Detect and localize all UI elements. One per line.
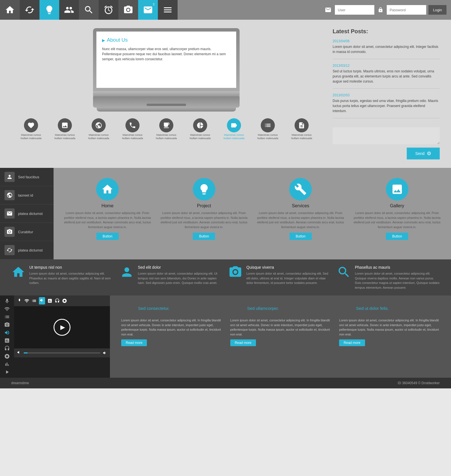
comment-textarea[interactable] <box>333 127 440 144</box>
login-button[interactable]: Login <box>428 5 446 15</box>
service-title-2: Sed ullamcorper. <box>247 306 279 311</box>
stat-text-4: Lorem ipsum dolor sit amet, consectetur … <box>355 271 440 290</box>
post-date-2: 2013/03/12 <box>333 64 440 68</box>
send-button[interactable]: Send <box>407 148 440 159</box>
wifi-icon <box>4 306 10 312</box>
nav-bug-button[interactable] <box>20 0 39 20</box>
bar-chart-icon <box>4 361 10 367</box>
icon-label: Maecenas cursusNullam malesuada <box>21 134 42 140</box>
left-content: About Us Nunc elit massa, ullamcorper vi… <box>11 28 321 159</box>
feature-title-project: Project <box>197 203 211 208</box>
sidebar-item-3[interactable]: platea dictumst <box>0 204 54 223</box>
stat-4: Phasellus ac mauris Lorem ipsum dolor si… <box>337 265 440 290</box>
feature-project: Project Lorem ipsum dolor sit amet, cons… <box>156 174 253 254</box>
icon-item-doc[interactable]: Maecenas cursusNullam malesuada <box>291 118 312 140</box>
icon-item-image[interactable]: Maecenas cursusNullam malesuada <box>54 118 76 140</box>
feature-button-home[interactable]: Button <box>96 233 119 240</box>
nav-alarm-button[interactable] <box>99 0 118 20</box>
toolbar-headphones <box>55 298 60 303</box>
bug-sidebar-icon <box>5 245 15 255</box>
media-section: Sed consectetur. Lorem ipsum dolor sit a… <box>0 295 451 378</box>
icon-item-phone[interactable]: Maecenas cursusNullam malesuada <box>122 118 143 140</box>
mail-badge: 3 <box>151 2 156 7</box>
feature-title-gallery: Gallery <box>390 203 404 208</box>
read-more-button-2[interactable]: Read more <box>230 339 256 346</box>
video-screen <box>14 306 110 348</box>
services-feature-icon <box>289 178 312 201</box>
mail-sidebar-icon <box>5 208 15 219</box>
sidebar: Sed faucibus laoreet id platea dictumst … <box>0 168 54 259</box>
sidebar-item-5[interactable]: platea dictumst <box>0 241 54 259</box>
person-stat-icon <box>120 265 134 279</box>
nav-spacer <box>178 0 319 20</box>
sidebar-icons <box>0 295 14 378</box>
sidebar-item-2[interactable]: laoreet id <box>0 186 54 204</box>
post-date-3: 2013/02/03 <box>333 93 440 97</box>
stat-3: Quisque viverra Lorem ipsum dolor sit am… <box>228 265 331 290</box>
gallery-feature-icon <box>386 178 408 201</box>
post-text-3: Duis purus turpis, egestas sed urna vita… <box>333 98 440 114</box>
project-feature-icon <box>193 178 215 201</box>
icon-label: Maecenas cursusNullam malesuada <box>224 134 245 140</box>
icon-item-list[interactable]: Maecenas cursusNullam malesuada <box>257 118 278 140</box>
icon-item-tag[interactable]: Maecenas cursusNullam malesuada <box>224 118 245 140</box>
post-item-3: 2013/02/03 Duis purus turpis, egestas se… <box>333 93 440 118</box>
feature-text-gallery: Lorem ipsum dolor sit amet, consectetur … <box>352 211 442 229</box>
user-input[interactable] <box>335 5 374 15</box>
lock-icon <box>377 6 384 14</box>
service-title-1: Sed consectetur. <box>138 306 170 311</box>
nav-mail-button[interactable]: 3 <box>138 0 158 20</box>
feature-button-project[interactable]: Button <box>193 233 215 240</box>
nav-people-button[interactable] <box>59 0 79 20</box>
service-text-2: Lorem ipsum dolor sit amet, consectetur … <box>230 318 331 337</box>
icon-label: Maecenas cursusNullam malesuada <box>88 134 109 140</box>
latest-posts-title: Latest Posts: <box>333 28 440 35</box>
icon-item-coffee[interactable]: Maecenas cursusNullam malesuada <box>156 118 177 140</box>
icon-label: Maecenas cursusNullam malesuada <box>156 134 177 140</box>
toolbar-chart <box>47 298 52 303</box>
icon-item-heart[interactable]: Maecenas cursusNullam malesuada <box>21 118 42 140</box>
about-text: Nunc elit massa, ullamcorper vitae eros … <box>102 46 231 62</box>
service-title-3: Sed ut dolor felis. <box>356 306 389 311</box>
camera-icon <box>4 322 10 328</box>
right-content: Latest Posts: 2013/04/06 Lorem ipsum dol… <box>333 28 440 159</box>
icons-row: Maecenas cursusNullam malesuada Maecenas… <box>11 118 321 140</box>
toolbar-list <box>32 298 37 303</box>
about-title: About Us <box>102 37 231 43</box>
play-button[interactable] <box>54 319 70 336</box>
icon-item-globe[interactable]: Maecenas cursusNullam malesuada <box>88 118 109 140</box>
sidebar-item-1[interactable]: Sed faucibus <box>0 168 54 186</box>
feature-button-gallery[interactable]: Button <box>386 233 408 240</box>
icon-item-chart[interactable]: Maecenas cursusNullam malesuada <box>190 118 211 140</box>
feature-gallery: Gallery Lorem ipsum dolor sit amet, cons… <box>349 174 446 254</box>
play-icon <box>4 369 10 375</box>
read-more-button-1[interactable]: Read more <box>121 339 147 346</box>
tools-icon <box>339 301 353 315</box>
footer: dreamstime ID 36040549 © Droidworker <box>0 378 451 388</box>
read-more-button-3[interactable]: Read more <box>339 339 365 346</box>
nav-menu-button[interactable] <box>158 0 178 20</box>
nav-home-button[interactable] <box>0 0 20 20</box>
mail-icon <box>324 5 333 14</box>
progress-bar[interactable] <box>24 352 100 353</box>
icon-label: Maecenas cursusNullam malesuada <box>291 134 312 140</box>
feature-text-services: Lorem ipsum dolor sit amet, consectetur … <box>256 211 346 229</box>
service-card-3: Sed ut dolor felis. Lorem ipsum dolor si… <box>339 301 440 372</box>
nav-lightbulb-button[interactable] <box>39 0 59 20</box>
footer-left: dreamstime <box>11 381 29 385</box>
service-text-3: Lorem ipsum dolor sit amet, consectetur … <box>339 318 440 337</box>
stat-1: Ut tempus nisl non Lorem ipsum dolor sit… <box>11 265 114 290</box>
feature-services: Services Lorem ipsum dolor sit amet, con… <box>252 174 349 254</box>
headphones-icon <box>4 346 10 351</box>
sidebar-label-5: platea dictumst <box>18 248 43 252</box>
footer-right: ID 36040549 © Droidworker <box>398 381 440 385</box>
stat-text-2: Lorem ipsum dolor sit amet, consectetur … <box>138 271 223 285</box>
icon-label: Maecenas cursusNullam malesuada <box>122 134 143 140</box>
password-input[interactable] <box>387 5 426 15</box>
nav-camera-button[interactable] <box>118 0 138 20</box>
sidebar-item-4[interactable]: Curabitur <box>0 223 54 241</box>
services-content: Sed consectetur. Lorem ipsum dolor sit a… <box>110 295 451 378</box>
feature-button-services[interactable]: Button <box>289 233 312 240</box>
sidebar-label-2: laoreet id <box>18 193 33 197</box>
nav-search-button[interactable] <box>79 0 99 20</box>
